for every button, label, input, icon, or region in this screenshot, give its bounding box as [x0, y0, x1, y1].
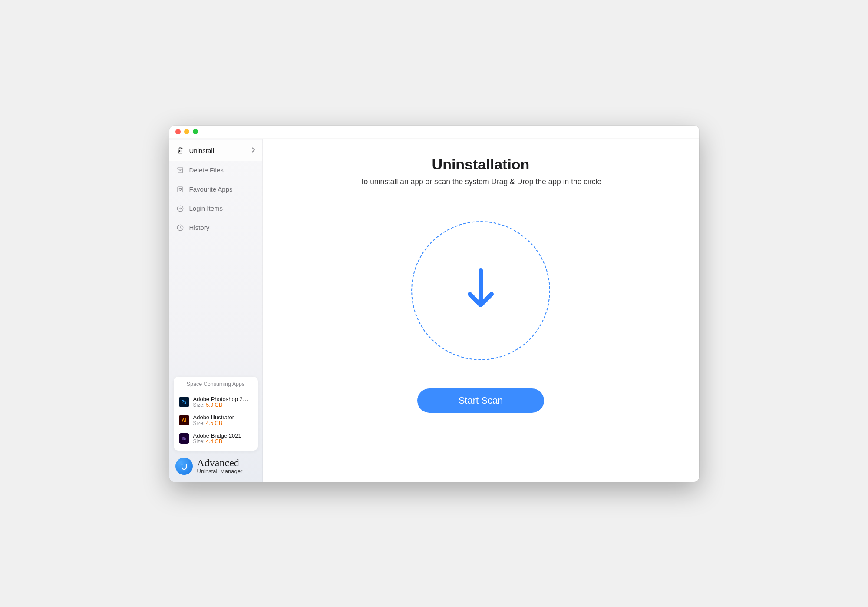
app-icon: Ai — [179, 415, 189, 425]
minimize-button[interactable] — [184, 129, 189, 134]
sidebar-item-label: Login Items — [189, 205, 255, 212]
sidebar-item-uninstall[interactable]: Uninstall — [169, 140, 262, 161]
brand-text: Advanced Uninstall Manager — [197, 458, 243, 474]
app-size: Size: 5.9 GB — [193, 402, 253, 408]
app-name: Adobe Bridge 2021 — [193, 432, 253, 439]
space-consuming-card: Space Consuming Apps Ps Adobe Photoshop … — [174, 377, 258, 451]
heart-box-icon — [176, 186, 184, 193]
app-size: Size: 4.4 GB — [193, 439, 253, 444]
archive-icon — [176, 166, 184, 174]
app-name: Adobe Photoshop 2… — [193, 396, 253, 402]
sidebar-item-label: Uninstall — [189, 147, 246, 154]
branding: Advanced Uninstall Manager — [169, 453, 262, 482]
sidebar-item-history[interactable]: History — [169, 218, 262, 237]
brand-main: Advanced — [197, 458, 243, 468]
arrow-down-icon — [463, 266, 498, 315]
sidebar-item-label: Favourite Apps — [189, 186, 255, 193]
sidebar-item-login-items[interactable]: Login Items — [169, 199, 262, 218]
close-button[interactable] — [175, 129, 181, 134]
app-info: Adobe Photoshop 2… Size: 5.9 GB — [193, 396, 253, 408]
svg-rect-2 — [178, 187, 183, 192]
chevron-right-icon — [251, 146, 255, 155]
brand-logo-icon — [175, 458, 193, 475]
drop-zone[interactable] — [411, 221, 550, 360]
app-row-bridge[interactable]: Br Adobe Bridge 2021 Size: 4.4 GB — [179, 429, 253, 448]
trash-icon — [176, 146, 184, 154]
app-icon: Br — [179, 433, 189, 444]
brand-sub: Uninstall Manager — [197, 468, 243, 474]
login-arrow-icon — [176, 205, 184, 212]
sidebar-nav: Uninstall Delete Files — [169, 139, 262, 239]
app-name: Adobe Illustrator — [193, 414, 253, 421]
sidebar-item-label: History — [189, 224, 255, 231]
page-subtitle: To uninstall an app or scan the system D… — [360, 177, 601, 186]
app-size: Size: 4.5 GB — [193, 421, 253, 426]
app-row-photoshop[interactable]: Ps Adobe Photoshop 2… Size: 5.9 GB — [179, 393, 253, 411]
start-scan-button[interactable]: Start Scan — [417, 388, 545, 413]
app-row-illustrator[interactable]: Ai Adobe Illustrator Size: 4.5 GB — [179, 411, 253, 429]
app-info: Adobe Bridge 2021 Size: 4.4 GB — [193, 432, 253, 444]
app-window: Uninstall Delete Files — [169, 126, 699, 482]
app-info: Adobe Illustrator Size: 4.5 GB — [193, 414, 253, 426]
maximize-button[interactable] — [193, 129, 198, 134]
sidebar-item-favourite-apps[interactable]: Favourite Apps — [169, 180, 262, 199]
app-icon: Ps — [179, 397, 189, 407]
card-title: Space Consuming Apps — [179, 381, 253, 391]
window-body: Uninstall Delete Files — [169, 139, 699, 482]
sidebar-item-label: Delete Files — [189, 166, 255, 174]
titlebar — [169, 126, 699, 139]
sidebar-item-delete-files[interactable]: Delete Files — [169, 161, 262, 180]
main-panel: Uninstallation To uninstall an app or sc… — [263, 139, 699, 482]
sidebar: Uninstall Delete Files — [169, 139, 263, 482]
page-title: Uninstallation — [432, 156, 530, 173]
svg-rect-1 — [178, 169, 182, 172]
clock-icon — [176, 224, 184, 232]
